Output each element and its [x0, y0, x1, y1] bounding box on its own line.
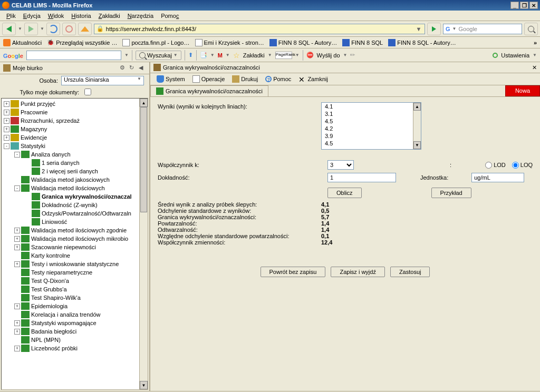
expand-icon[interactable]: +: [14, 261, 20, 267]
close-button[interactable]: ✕: [529, 2, 538, 9]
expand-icon[interactable]: -: [4, 143, 9, 149]
tree-item[interactable]: +Badania biegłości: [2, 327, 148, 336]
forward-button[interactable]: [24, 23, 38, 35]
menu-item[interactable]: Pomoc: [158, 12, 182, 20]
system-menu[interactable]: System: [153, 74, 188, 84]
expand-icon[interactable]: +: [14, 320, 20, 326]
tree-item[interactable]: Dokładność (Z-wynik): [2, 201, 148, 209]
expand-icon[interactable]: +: [14, 236, 20, 242]
bookmark-item[interactable]: poczta.finn.pl - Logo…: [122, 39, 189, 46]
tree-item[interactable]: Walidacja metod jakosciowych: [2, 175, 148, 184]
tree-item[interactable]: +Walidacja metod ilościowych mikrobio: [2, 234, 148, 243]
tree-item[interactable]: Test Q-Dixon'a: [2, 277, 148, 285]
dropdown-icon[interactable]: ▼: [415, 26, 422, 32]
tree-item[interactable]: -Walidacja metod ilościowych: [2, 184, 148, 192]
bookmark-item[interactable]: Emi i Krzysiek - stron…: [195, 39, 264, 46]
expand-icon[interactable]: -: [14, 152, 20, 158]
bookmark-item[interactable]: 🐞Przeglądaj wszystkie …: [47, 39, 117, 46]
wsp-select[interactable]: 3: [327, 160, 354, 170]
tree-item[interactable]: NPL (MPN): [2, 336, 148, 344]
tree-item[interactable]: +Ewidencje: [2, 133, 148, 142]
lod-radio[interactable]: LOD: [485, 162, 506, 169]
reload-button[interactable]: [46, 23, 60, 35]
google-search-input[interactable]: [26, 51, 121, 60]
tree-item[interactable]: -Statystyki: [2, 142, 148, 150]
scrollbar[interactable]: ▲ ▼: [139, 99, 148, 389]
go-button[interactable]: [427, 23, 441, 35]
expand-icon[interactable]: +: [14, 244, 20, 250]
bookmarks-btn[interactable]: Zakładki: [243, 52, 265, 58]
close-icon[interactable]: ✕: [532, 64, 537, 71]
expand-icon[interactable]: +: [14, 329, 20, 335]
tree-item[interactable]: Test Shapiro-Wilk'a: [2, 293, 148, 302]
expand-icon[interactable]: +: [4, 126, 9, 132]
loq-radio[interactable]: LOQ: [512, 162, 533, 169]
tree-item[interactable]: +Walidacja metod ilościowych zgodnie: [2, 226, 148, 234]
przyklad-button[interactable]: Przykład: [431, 188, 471, 198]
oblicz-button[interactable]: Oblicz: [327, 188, 362, 198]
person-select[interactable]: Urszula Siniarska▼: [61, 76, 144, 85]
tree-item[interactable]: Testy nieparametryczne: [2, 268, 148, 277]
send-btn[interactable]: Wyślij do: [317, 52, 340, 58]
back-button[interactable]: [2, 23, 16, 35]
menu-item[interactable]: Edycja: [20, 12, 44, 20]
new-button[interactable]: Nowa: [505, 85, 540, 96]
menu-item[interactable]: Plik: [3, 12, 19, 20]
scroll-up-icon[interactable]: ▲: [140, 99, 148, 107]
powrot-button[interactable]: Powrót bez zapisu: [261, 267, 326, 277]
expand-icon[interactable]: +: [4, 101, 9, 107]
tab-granica[interactable]: Granica wykrywalności/oznaczalności: [150, 85, 268, 96]
menu-item[interactable]: Historia: [68, 12, 94, 20]
expand-icon[interactable]: +: [14, 303, 20, 309]
tree-item[interactable]: Korelacja i analiza trendów: [2, 310, 148, 319]
expand-icon[interactable]: +: [14, 228, 20, 233]
tree-item[interactable]: Test Grubbs'a: [2, 285, 148, 293]
restore-button[interactable]: ❐: [520, 2, 528, 9]
help-menu[interactable]: ?Pomoc: [262, 75, 294, 83]
search-button[interactable]: [524, 23, 538, 35]
close-menu[interactable]: ✕Zamknij: [295, 74, 331, 84]
url-input[interactable]: 🔒 https://serwer.zhwlodz.finn.pl:8443/ ▼: [94, 24, 425, 34]
highlight-icon[interactable]: ✏: [350, 52, 355, 58]
expand-icon[interactable]: -: [14, 185, 20, 191]
tree-item[interactable]: Liniowość: [2, 218, 148, 226]
tree-item[interactable]: +Testy i wnioskowanie statystyczne: [2, 260, 148, 268]
scroll-up-icon[interactable]: ▲: [413, 103, 421, 111]
overflow-icon[interactable]: »: [534, 40, 537, 46]
expand-icon[interactable]: +: [4, 118, 9, 124]
block-icon[interactable]: ⛔: [306, 52, 314, 58]
print-menu[interactable]: Drukuj: [229, 74, 261, 84]
scroll-down-icon[interactable]: ▼: [413, 141, 421, 149]
home-button[interactable]: [78, 23, 92, 35]
scrollbar-thumb[interactable]: [140, 107, 147, 212]
search-button[interactable]: Wyszukaj▼: [136, 51, 181, 60]
tree-item[interactable]: +Statystyki wspomagające: [2, 319, 148, 327]
expand-icon[interactable]: +: [4, 110, 9, 115]
collapse-icon[interactable]: ◀: [139, 64, 146, 72]
menu-item[interactable]: Narzędzia: [124, 12, 157, 20]
operations-menu[interactable]: Operacje: [189, 74, 228, 84]
tree-item[interactable]: Odzysk/Powtarzalność/Odtwarzaln: [2, 209, 148, 218]
stop-button[interactable]: [62, 23, 76, 35]
tree-item[interactable]: +Punkt przyjęć: [2, 100, 148, 108]
bookmark-item[interactable]: Aktualności: [3, 39, 42, 46]
menu-item[interactable]: Widok: [45, 12, 68, 20]
scroll-down-icon[interactable]: ▼: [140, 381, 148, 389]
bookmark-item[interactable]: FINN 8 SQL - Autory…: [388, 39, 456, 46]
expand-icon[interactable]: +: [4, 135, 9, 141]
wyniki-textarea[interactable]: 4.13.14.54.23.94.5 ▲ ▼: [321, 102, 421, 150]
gmail-icon[interactable]: M: [218, 52, 223, 58]
star-icon[interactable]: ☆: [233, 51, 240, 60]
tree-item[interactable]: +Liczebność próbki: [2, 344, 148, 352]
scrollbar[interactable]: ▲ ▼: [413, 103, 421, 149]
bookmark-item[interactable]: FINN 8 SQL: [342, 39, 383, 46]
jedn-input[interactable]: [471, 173, 524, 182]
tree-item[interactable]: 2 i więcej serii danych: [2, 167, 148, 175]
tree-item[interactable]: Granica wykrywalności/oznaczal: [2, 192, 148, 201]
minimize-button[interactable]: _: [510, 2, 519, 9]
tree-item[interactable]: +Epidemiologia: [2, 302, 148, 310]
only-mine-checkbox[interactable]: [84, 89, 91, 95]
expand-icon[interactable]: +: [14, 346, 20, 351]
bookmark-item[interactable]: FINN 8 SQL - Autory…: [269, 39, 337, 46]
tool-icon[interactable]: ⚙: [120, 64, 127, 72]
